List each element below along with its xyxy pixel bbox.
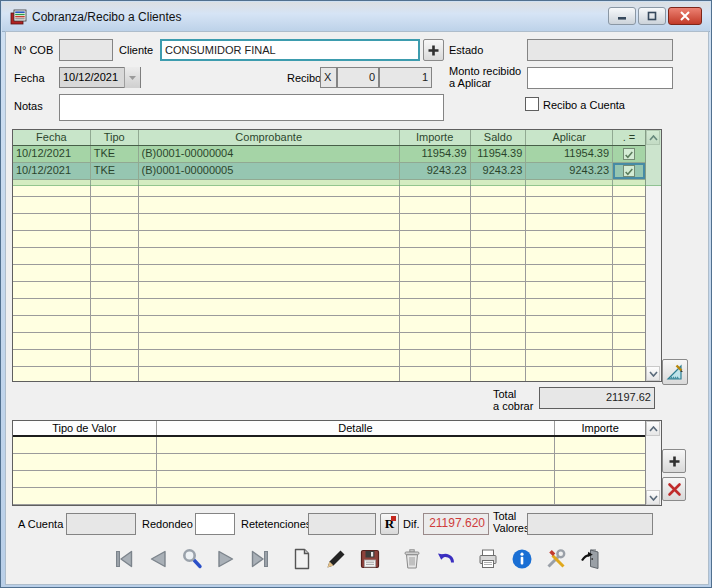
empty-cell: [91, 214, 139, 230]
cell-comprobante: (B)0001-00000005: [139, 163, 400, 179]
fecha-field[interactable]: 10/12/2021: [59, 67, 141, 88]
r-button[interactable]: R: [380, 513, 399, 535]
values-header-row: Tipo de Valor Detalle Importe: [13, 421, 645, 437]
minimize-button[interactable]: [608, 7, 636, 25]
a-cuenta-field: [66, 513, 136, 535]
toolbar-info-button[interactable]: [509, 546, 535, 572]
empty-table-row[interactable]: [13, 197, 645, 214]
empty-cell: [400, 197, 471, 213]
scroll-up-icon[interactable]: [646, 421, 660, 436]
row-checkbox-cell[interactable]: [613, 163, 645, 179]
fecha-dropdown-button[interactable]: [124, 67, 140, 88]
empty-cell: [13, 282, 91, 298]
scroll-down-icon[interactable]: [646, 490, 660, 505]
monto-recibido-input[interactable]: [527, 67, 673, 89]
empty-cell: [13, 231, 91, 247]
edit-grid-button[interactable]: [662, 359, 688, 385]
empty-table-row[interactable]: [13, 316, 645, 333]
checkbox-icon[interactable]: [623, 148, 635, 160]
empty-cell: [471, 231, 527, 247]
empty-cell: [91, 197, 139, 213]
cliente-add-button[interactable]: [423, 39, 444, 61]
empty-value-row[interactable]: [13, 488, 645, 505]
col-header-aplicar[interactable]: Aplicar: [526, 130, 613, 145]
empty-table-row[interactable]: [13, 214, 645, 231]
toolbar-new-button[interactable]: [289, 546, 315, 572]
scroll-down-icon[interactable]: [646, 366, 660, 381]
toolbar-first-record-button[interactable]: [111, 546, 137, 572]
col-header-comprobante[interactable]: Comprobante: [139, 130, 400, 145]
toolbar-undo-button[interactable]: [433, 546, 459, 572]
delete-value-button[interactable]: [662, 477, 686, 501]
empty-table-row[interactable]: [13, 231, 645, 248]
empty-table-row[interactable]: [13, 333, 645, 350]
window-title: Cobranza/Recibo a Clientes: [32, 10, 181, 24]
toolbar-tools-button[interactable]: [543, 546, 569, 572]
scroll-up-icon[interactable]: [646, 130, 660, 145]
col-header-importe[interactable]: Importe: [400, 130, 471, 145]
table-row[interactable]: 10/12/2021TKE(B)0001-000000059243.239243…: [13, 163, 645, 180]
redondeo-input[interactable]: [195, 513, 235, 535]
empty-table-row[interactable]: [13, 367, 645, 381]
empty-cell: [91, 180, 139, 196]
toolbar-previous-record-button[interactable]: [145, 546, 171, 572]
toolbar-exit-button[interactable]: [577, 546, 603, 572]
table-row[interactable]: 10/12/2021TKE(B)0001-0000000411954.39119…: [13, 146, 645, 163]
empty-value-row[interactable]: [13, 437, 645, 454]
recibo-a-cuenta-checkbox[interactable]: [525, 97, 539, 111]
close-button[interactable]: [668, 7, 702, 25]
empty-cell: [139, 180, 400, 196]
empty-cell: [400, 248, 471, 264]
notas-label: Notas: [14, 100, 43, 112]
estado-field: [527, 39, 673, 61]
empty-cell: [13, 265, 91, 281]
tools-icon: [544, 547, 568, 571]
empty-cell: [613, 299, 645, 315]
empty-cell: [157, 488, 556, 504]
col-header-fecha[interactable]: Fecha: [13, 130, 91, 145]
cell-fecha: 10/12/2021: [13, 146, 91, 162]
checkbox-icon[interactable]: [623, 165, 635, 177]
toolbar-search-button[interactable]: [179, 546, 205, 572]
search-icon: [180, 547, 204, 571]
maximize-button[interactable]: [638, 7, 666, 25]
cliente-input[interactable]: [160, 39, 420, 61]
empty-table-row[interactable]: [13, 180, 645, 197]
toolbar-edit-button[interactable]: [323, 546, 349, 572]
empty-cell: [526, 282, 613, 298]
col-header-tipo[interactable]: Tipo: [91, 130, 139, 145]
toolbar-save-button[interactable]: [357, 546, 383, 572]
recibo-label: Recibo: [287, 72, 321, 84]
empty-value-row[interactable]: [13, 471, 645, 488]
row-checkbox-cell[interactable]: [613, 146, 645, 162]
plus-icon: [427, 44, 440, 57]
notas-input[interactable]: [59, 94, 444, 121]
empty-table-row[interactable]: [13, 265, 645, 282]
empty-cell: [613, 248, 645, 264]
empty-table-row[interactable]: [13, 282, 645, 299]
empty-cell: [139, 265, 400, 281]
col-header-check[interactable]: . =: [613, 130, 645, 145]
empty-table-row[interactable]: [13, 248, 645, 265]
empty-table-row[interactable]: [13, 350, 645, 367]
col-header-importe2[interactable]: Importe: [555, 421, 645, 435]
empty-table-row[interactable]: [13, 299, 645, 316]
add-value-button[interactable]: [662, 449, 686, 473]
bottom-toolbar: [6, 546, 708, 572]
empty-cell: [613, 214, 645, 230]
toolbar-next-record-button[interactable]: [213, 546, 239, 572]
col-header-tipo-de-valor[interactable]: Tipo de Valor: [13, 421, 157, 435]
invoices-scrollbar[interactable]: [645, 130, 661, 381]
empty-value-row[interactable]: [13, 454, 645, 471]
toolbar-delete-button[interactable]: [399, 546, 425, 572]
empty-cell: [13, 454, 157, 470]
toolbar-print-button[interactable]: [475, 546, 501, 572]
maximize-icon: [646, 11, 658, 21]
titlebar[interactable]: Cobranza/Recibo a Clientes: [2, 2, 710, 32]
values-scrollbar[interactable]: [645, 421, 661, 505]
empty-cell: [91, 350, 139, 366]
empty-cell: [555, 488, 645, 504]
toolbar-last-record-button[interactable]: [247, 546, 273, 572]
col-header-detalle[interactable]: Detalle: [157, 421, 556, 435]
col-header-saldo[interactable]: Saldo: [471, 130, 527, 145]
